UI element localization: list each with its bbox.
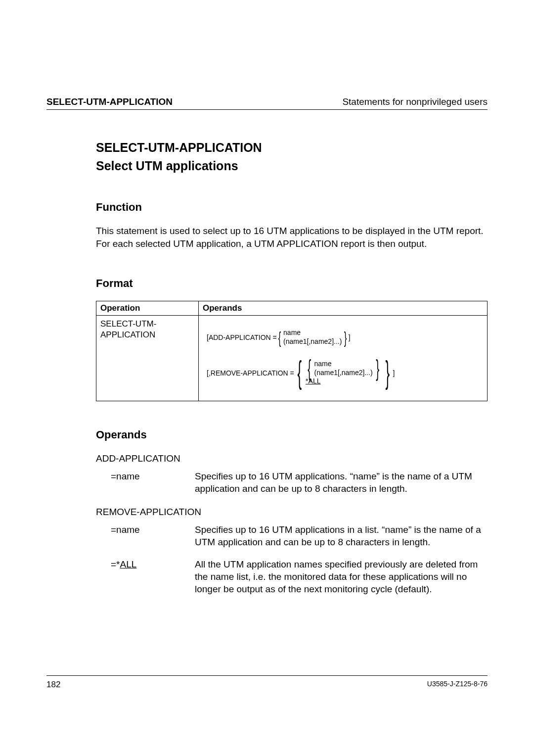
header-right: Statements for nonprivileged users xyxy=(342,96,488,107)
add-name-term: =name xyxy=(111,470,185,495)
add-application-syntax: [ADD-APPLICATION = { name (name1[,name2]… xyxy=(204,322,482,353)
rem-outer-options: { name (name1[,name2]...) } *ALL xyxy=(305,360,382,386)
rem-opt1: name xyxy=(314,360,372,369)
remove-application-heading: REMOVE-APPLICATION xyxy=(96,507,488,518)
rem-all-underline: ALL xyxy=(120,559,137,569)
table-row: SELECT-UTM- APPLICATION [ADD-APPLICATION… xyxy=(96,316,488,401)
page-container: SELECT-UTM-APPLICATION Statements for no… xyxy=(0,0,534,595)
add-application-heading: ADD-APPLICATION xyxy=(96,453,488,464)
add-close: ] xyxy=(349,333,351,341)
add-name-def: Specifies up to 16 UTM applications. “na… xyxy=(195,470,488,495)
operands-heading: Operands xyxy=(96,428,488,441)
operation-name-2: APPLICATION xyxy=(100,330,155,339)
page-footer: 182 U3585-J-Z125-8-76 xyxy=(46,675,488,690)
brace-right-icon: } xyxy=(386,361,390,384)
format-table: Operation Operands SELECT-UTM- APPLICATI… xyxy=(96,301,488,401)
format-heading: Format xyxy=(96,277,488,290)
syntax-row: [,REMOVE-APPLICATION = { { name (name1[,… xyxy=(207,360,482,386)
rem-opt3: *ALL xyxy=(306,377,381,386)
add-options: name (name1[,name2]...) xyxy=(282,329,343,346)
brace-left-icon: { xyxy=(297,361,302,384)
operands-syntax-cell: [ADD-APPLICATION = { name (name1[,name2]… xyxy=(199,316,488,401)
rem-name-term: =name xyxy=(111,523,185,548)
rem-inner-options: name (name1[,name2]...) xyxy=(313,360,373,377)
table-header-row: Operation Operands xyxy=(96,301,488,316)
function-body: This statement is used to select up to 1… xyxy=(96,225,488,250)
operation-cell: SELECT-UTM- APPLICATION xyxy=(96,316,199,401)
add-param-table: =name Specifies up to 16 UTM application… xyxy=(96,470,488,495)
syntax-row: [ADD-APPLICATION = { name (name1[,name2]… xyxy=(207,329,482,346)
rem-all-term: =*ALL xyxy=(111,558,185,595)
content-area: SELECT-UTM-APPLICATION Select UTM applic… xyxy=(46,110,488,595)
add-label: [ADD-APPLICATION = xyxy=(207,333,277,341)
add-opt2: (name1[,name2]...) xyxy=(283,337,342,346)
rem-name-def: Specifies up to 16 UTM applications in a… xyxy=(195,523,488,548)
header-left: SELECT-UTM-APPLICATION xyxy=(46,96,173,107)
footer-page-number: 182 xyxy=(46,678,60,690)
remove-param-table: =name Specifies up to 16 UTM application… xyxy=(96,523,488,595)
col-operation: Operation xyxy=(96,301,199,316)
syntax-subrow: { name (name1[,name2]...) } xyxy=(306,360,381,377)
brace-right-icon: } xyxy=(344,331,347,343)
brace-left-icon: { xyxy=(308,360,311,377)
rem-label: [,REMOVE-APPLICATION = xyxy=(207,369,294,377)
add-opt1: name xyxy=(283,329,342,337)
footer-doc-id: U3585-J-Z125-8-76 xyxy=(427,678,488,690)
brace-right-icon: } xyxy=(376,360,379,377)
function-heading: Function xyxy=(96,201,488,214)
rem-close: ] xyxy=(393,369,395,377)
col-operands: Operands xyxy=(199,301,488,316)
rem-opt2: (name1[,name2]...) xyxy=(314,369,372,378)
statement-title-1: SELECT-UTM-APPLICATION xyxy=(96,140,488,156)
statement-title-2: Select UTM applications xyxy=(96,158,488,174)
remove-application-syntax: [,REMOVE-APPLICATION = { { name (name1[,… xyxy=(204,353,482,393)
brace-left-icon: { xyxy=(278,331,281,343)
operation-name-1: SELECT-UTM- xyxy=(100,319,156,329)
rem-all-def: All the UTM application names specified … xyxy=(195,558,488,595)
running-header: SELECT-UTM-APPLICATION Statements for no… xyxy=(46,96,488,110)
